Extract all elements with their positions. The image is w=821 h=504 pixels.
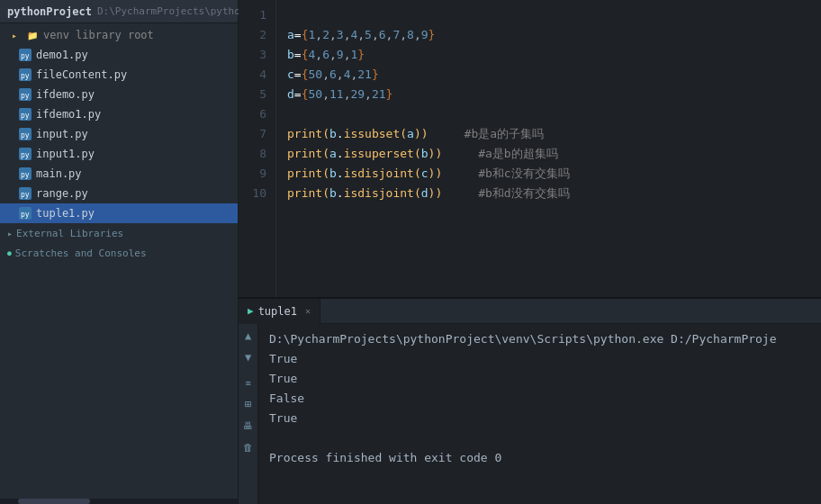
project-name: pythonProject [7,5,92,18]
file-name: input1.py [36,148,95,160]
svg-text:py: py [21,171,30,179]
terminal-output-area[interactable]: D:\PycharmProjects\pythonProject\venv\Sc… [258,324,821,504]
svg-text:py: py [21,52,30,60]
clear-button[interactable]: 🗑 [240,439,257,455]
brace-close: } [429,25,436,45]
sidebar: pythonProject D:\PycharmProjects\python … [0,0,239,504]
py-file-icon: py [18,48,32,62]
tree-item-tuple1[interactable]: py tuple1.py [0,203,238,223]
code-line-5: d = { 50, 11, 29, 21 } [287,85,810,104]
project-path: D:\PycharmProjects\python [97,5,247,17]
wrap-toggle-button[interactable]: ≡ [240,374,257,391]
sidebar-scrollbar-thumb [18,499,90,504]
comment-10: #b和d没有交集吗 [478,184,569,203]
code-line-4: c = { 50, 6, 4, 21 } [287,65,810,85]
line-number-7: 7 [239,124,266,144]
scratches-item[interactable]: ● Scratches and Consoles [0,243,238,263]
line-number-6: 6 [239,104,266,124]
code-editor: 1 2 3 4 5 6 7 8 9 10 a = { 1, 2, 3, 4, 5… [239,0,821,297]
file-name: demo1.py [36,49,88,61]
comment-7: #b是a的子集吗 [465,124,544,144]
line-numbers: 1 2 3 4 5 6 7 8 9 10 [239,0,276,297]
line-number-8: 8 [239,144,266,164]
code-line-6 [287,104,810,124]
code-line-1 [287,5,810,25]
line-number-9: 9 [239,164,266,184]
code-line-10: print ( b . isdisjoint ( d ) ) #b和d没有交集吗 [287,184,810,203]
scroll-down-button[interactable]: ▼ [240,349,257,365]
py-file-icon: py [18,68,32,82]
py-file-icon: py [18,107,32,122]
comment-8: #a是b的超集吗 [478,144,557,164]
svg-text:py: py [21,151,30,159]
line-number-1: 1 [239,5,266,25]
comment-9: #b和c没有交集吗 [478,164,569,184]
file-name: range.py [36,187,88,200]
expand-icon: ▸ [7,229,13,238]
code-line-8: print ( a . issuperset ( b ) ) #a是b的超集吗 [287,144,810,164]
tree-item-input1[interactable]: py input1.py [0,144,238,164]
external-libraries-item[interactable]: ▸ External Libraries [0,223,238,243]
tree-item-venv[interactable]: ▸ 📁 venv library root [0,25,238,45]
folder-icon: ▸ [7,28,22,42]
main-panel: 1 2 3 4 5 6 7 8 9 10 a = { 1, 2, 3, 4, 5… [239,0,821,504]
py-file-icon: py [18,166,32,181]
close-tab-icon[interactable]: ✕ [305,306,311,316]
code-line-9: print ( b . isdisjoint ( c ) ) #b和c没有交集吗 [287,164,810,184]
brace-open: { [302,25,309,45]
svg-text:py: py [21,112,30,120]
sidebar-scrollbar[interactable] [0,499,238,504]
code-line-3: b = { 4, 6, 9, 1 } [287,45,810,65]
terminal-command-line: D:\PycharmProjects\pythonProject\venv\Sc… [269,329,810,349]
tree-item-range[interactable]: py range.py [0,184,238,203]
line-number-2: 2 [239,25,266,45]
code-body[interactable]: a = { 1, 2, 3, 4, 5, 6, 7, 8, 9 } b = { … [276,0,821,297]
file-name: ifdemo1.py [36,108,101,121]
file-tree: ▸ 📁 venv library root py demo1.py py fil… [0,23,238,499]
print-button[interactable]: 🖶 [240,418,257,434]
file-name: main.py [36,167,82,180]
svg-text:py: py [21,131,30,140]
file-name: ifdemo.py [36,88,95,101]
py-file-icon: py [18,206,32,220]
terminal-output-true3: True [269,409,810,428]
external-libraries-label: External Libraries [16,228,123,239]
line-number-5: 5 [239,85,266,104]
line-number-10: 10 [239,184,266,203]
py-file-icon: py [18,87,32,102]
sidebar-header: pythonProject D:\PycharmProjects\python [0,0,238,23]
line-number-3: 3 [239,45,266,65]
svg-text:py: py [21,211,30,219]
terminal-tab-bar: ▶ tuple1 ✕ [239,299,821,324]
venv-label: venv library root [43,29,154,41]
layout-button[interactable]: ⊞ [240,396,257,412]
svg-text:py: py [21,92,30,100]
terminal-tab-label: tuple1 [258,305,297,318]
svg-text:py: py [21,191,30,199]
run-icon: ▶ [248,305,254,317]
num-set: 1 [308,25,315,45]
op-eq: = [294,25,302,45]
file-name: tuple1.py [36,207,95,220]
tree-item-ifdemo1[interactable]: py ifdemo1.py [0,104,238,124]
tree-item-input[interactable]: py input.py [0,124,238,144]
terminal-output-true2: True [269,369,810,389]
var-a: a [287,25,294,45]
scratches-label: Scratches and Consoles [15,248,147,259]
terminal-tab-tuple1[interactable]: ▶ tuple1 ✕ [239,299,320,324]
svg-text:py: py [21,72,30,80]
line-number-4: 4 [239,65,266,85]
file-name: fileContent.py [36,68,127,81]
tree-item-ifdemo[interactable]: py ifdemo.py [0,85,238,104]
terminal-body: ▲ ▼ ≡ ⊞ 🖶 🗑 D:\PycharmProjects\pythonPro… [239,324,821,504]
tree-item-filecontent[interactable]: py fileContent.py [0,65,238,85]
py-file-icon: py [18,127,32,141]
terminal-blank-line [269,428,810,448]
terminal-panel: ▶ tuple1 ✕ ▲ ▼ ≡ ⊞ 🖶 🗑 D:\PycharmProject… [239,297,821,504]
py-file-icon: py [18,147,32,161]
scroll-up-button[interactable]: ▲ [240,328,257,344]
tree-item-demo1[interactable]: py demo1.py [0,45,238,65]
tree-item-main[interactable]: py main.py [0,164,238,184]
py-file-icon: py [18,186,32,201]
terminal-output-true1: True [269,349,810,369]
